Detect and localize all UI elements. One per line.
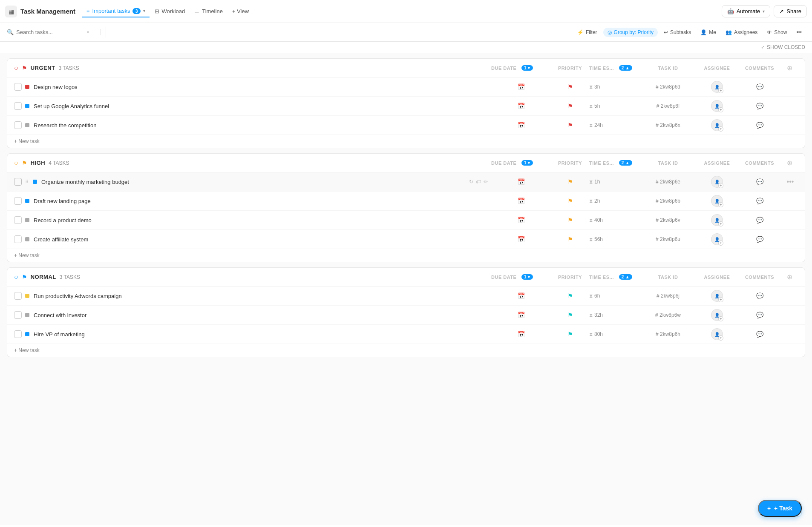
priority-flag-icon: ⚑ — [567, 83, 573, 90]
task-due-date[interactable]: 📅 — [491, 178, 551, 185]
task-checkbox[interactable] — [14, 102, 22, 110]
task-comments[interactable]: 💬 — [738, 312, 781, 318]
edit-icon[interactable]: ✏ — [484, 179, 488, 185]
task-due-date[interactable]: 📅 — [491, 122, 551, 129]
task-color — [25, 237, 29, 241]
task-due-date[interactable]: 📅 — [491, 236, 551, 243]
tab-important-tasks[interactable]: ≡ Important tasks 3 ▾ — [82, 5, 150, 17]
show-closed-bar[interactable]: ✓ SHOW CLOSED — [0, 42, 812, 53]
refresh-icon[interactable]: ↻ — [469, 179, 473, 185]
automate-icon: 🤖 — [727, 8, 734, 14]
task-checkbox[interactable] — [14, 311, 22, 319]
more-options-button[interactable]: ••• — [793, 28, 805, 37]
me-button[interactable]: 👤 Me — [697, 28, 720, 37]
time-badge[interactable]: 2 ▲ — [619, 65, 632, 71]
task-comments[interactable]: 💬 — [738, 122, 781, 129]
due-date-col-header: DUE DATE 1 ▾ — [491, 65, 551, 71]
task-name: Create affiliate system — [34, 236, 491, 243]
add-col-urgent[interactable]: ⊕ — [781, 64, 798, 72]
task-due-date[interactable]: 📅 — [491, 292, 551, 299]
task-assignee[interactable]: 👤+ — [696, 176, 738, 188]
automate-button[interactable]: 🤖 Automate ▾ — [722, 5, 771, 17]
task-checkbox[interactable] — [14, 121, 22, 129]
task-priority: ⚑ — [551, 83, 589, 90]
task-checkbox[interactable] — [14, 216, 22, 224]
task-assignee[interactable]: 👤+ — [696, 119, 738, 131]
task-due-date[interactable]: 📅 — [491, 312, 551, 318]
time-badge-high[interactable]: 2 ▲ — [619, 160, 632, 166]
task-name: Research the competition — [34, 122, 491, 129]
task-assignee[interactable]: 👤+ — [696, 309, 738, 321]
tab-add-view[interactable]: + View — [228, 6, 253, 17]
header-actions: 🤖 Automate ▾ ↗ Share — [722, 5, 807, 17]
due-date-badge[interactable]: 1 ▾ — [521, 65, 533, 71]
task-comments[interactable]: 💬 — [738, 83, 781, 90]
task-assignee[interactable]: 👤+ — [696, 195, 738, 207]
task-data-cols: 📅 ⚑ ⧗40h # 2kw8p6v 👤+ 💬 — [491, 214, 798, 226]
high-section: ○ ⚑ HIGH 4 TASKS DUE DATE 1 ▾ PRIORITY T… — [7, 153, 805, 262]
add-col-high[interactable]: ⊕ — [781, 159, 798, 167]
task-id: # 2kw8p6x — [640, 122, 696, 128]
task-assignee[interactable]: 👤+ — [696, 328, 738, 340]
table-row: Research the competition 📅 ⚑ ⧗24h # 2kw8… — [7, 116, 805, 135]
task-comments[interactable]: 💬 — [738, 236, 781, 243]
tab-workload[interactable]: ⊞ Workload — [150, 6, 190, 17]
task-name: Design new logos — [34, 84, 491, 90]
due-date-badge-normal[interactable]: 1 ▾ — [521, 274, 533, 280]
share-button[interactable]: ↗ Share — [774, 5, 807, 17]
task-assignee[interactable]: 👤+ — [696, 290, 738, 302]
task-id: # 2kw8p6u — [640, 236, 696, 242]
new-task-high[interactable]: + New task — [7, 249, 805, 262]
avatar: 👤+ — [711, 328, 723, 340]
filter-button[interactable]: ⚡ Filter — [574, 28, 601, 37]
task-checkbox[interactable] — [14, 178, 22, 186]
search-input[interactable] — [16, 29, 84, 35]
task-checkbox[interactable] — [14, 83, 22, 91]
task-checkbox[interactable] — [14, 330, 22, 338]
due-date-badge-high[interactable]: 1 ▾ — [521, 160, 533, 166]
hourglass-icon: ⧗ — [589, 198, 593, 204]
tag-icon[interactable]: 🏷 — [476, 179, 481, 185]
task-due-date[interactable]: 📅 — [491, 217, 551, 223]
tab-timeline[interactable]: ⚊ Timeline — [190, 6, 227, 17]
hourglass-icon: ⧗ — [589, 331, 593, 337]
new-task-normal[interactable]: + New task — [7, 344, 805, 357]
task-comments[interactable]: 💬 — [738, 217, 781, 223]
show-button[interactable]: 👁 Show — [763, 28, 790, 37]
task-due-date[interactable]: 📅 — [491, 198, 551, 204]
task-name: Record a product demo — [34, 217, 491, 223]
drag-handle-icon[interactable]: ⠿ — [25, 179, 31, 185]
task-due-date[interactable]: 📅 — [491, 103, 551, 109]
task-comments[interactable]: 💬 — [738, 198, 781, 204]
task-name: Set up Google Analytics funnel — [34, 103, 491, 109]
task-checkbox[interactable] — [14, 197, 22, 205]
add-task-fab[interactable]: + + Task — [758, 500, 802, 517]
task-comments[interactable]: 💬 — [738, 178, 781, 185]
group-by-button[interactable]: ◎ Group by: Priority — [603, 28, 658, 37]
task-time: ⧗1h — [589, 179, 640, 185]
task-comments[interactable]: 💬 — [738, 292, 781, 299]
add-col-normal[interactable]: ⊕ — [781, 273, 798, 281]
task-assignee[interactable]: 👤+ — [696, 233, 738, 245]
task-comments[interactable]: 💬 — [738, 331, 781, 338]
task-comments[interactable]: 💬 — [738, 103, 781, 109]
task-more[interactable]: ••• — [781, 178, 798, 186]
due-date-col-header-high: DUE DATE 1 ▾ — [491, 160, 551, 166]
priority-flag-icon: ⚑ — [567, 312, 573, 318]
app-title: Task Management — [20, 8, 75, 15]
task-assignee[interactable]: 👤+ — [696, 81, 738, 93]
task-due-date[interactable]: 📅 — [491, 331, 551, 338]
new-task-urgent[interactable]: + New task — [7, 135, 805, 148]
task-checkbox[interactable] — [14, 235, 22, 243]
urgent-flag-icon: ⚑ — [22, 65, 27, 72]
avatar: 👤+ — [711, 119, 723, 131]
task-checkbox[interactable] — [14, 292, 22, 300]
assignee-col-header: ASSIGNEE — [696, 66, 738, 71]
task-assignee[interactable]: 👤+ — [696, 100, 738, 112]
subtasks-button[interactable]: ↩ Subtasks — [660, 28, 694, 37]
time-badge-normal[interactable]: 2 ▲ — [619, 274, 632, 280]
task-assignee[interactable]: 👤+ — [696, 214, 738, 226]
task-due-date[interactable]: 📅 — [491, 83, 551, 90]
task-priority: ⚑ — [551, 122, 589, 129]
assignees-button[interactable]: 👥 Assignees — [722, 28, 761, 37]
